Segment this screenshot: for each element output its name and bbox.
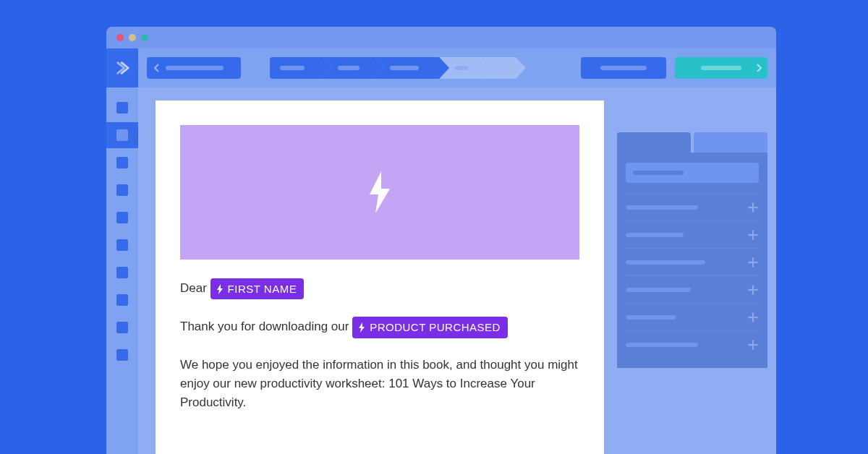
- panel-row-3[interactable]: [626, 248, 759, 275]
- move-icon: [747, 229, 759, 241]
- app-logo[interactable]: [106, 48, 138, 87]
- move-icon: [747, 202, 759, 213]
- email-line-2: Thank you for downloading our PRODUCT PU…: [180, 317, 579, 338]
- sidebar-item-4[interactable]: [116, 184, 128, 196]
- email-hero-block[interactable]: [180, 125, 579, 260]
- window-title-bar: [106, 27, 776, 48]
- toolbar-button-primary[interactable]: [581, 57, 666, 79]
- svg-rect-7: [749, 289, 757, 291]
- sidebar-item-8[interactable]: [116, 294, 128, 306]
- sidebar-item-7[interactable]: [116, 267, 128, 278]
- toolbar: [106, 48, 776, 87]
- panel-row-4[interactable]: [626, 275, 759, 303]
- lightning-icon: [358, 322, 365, 333]
- merge-tag-label: FIRST NAME: [228, 280, 297, 297]
- chevron-left-icon: [154, 64, 160, 72]
- panel-row-5[interactable]: [626, 303, 759, 330]
- back-button[interactable]: [147, 57, 241, 79]
- svg-rect-3: [749, 234, 757, 236]
- sidebar-item-5[interactable]: [116, 212, 128, 223]
- sidebar: [106, 87, 138, 454]
- panel-tab-2[interactable]: [694, 132, 767, 153]
- email-body: Dear FIRST NAME Thank you for downloadin…: [180, 260, 579, 413]
- maximize-icon[interactable]: [141, 34, 148, 41]
- merge-tag-label: PRODUCT PURCHASED: [370, 319, 501, 335]
- svg-rect-9: [749, 317, 757, 318]
- svg-rect-11: [749, 344, 757, 346]
- lightning-icon: [364, 171, 396, 213]
- sidebar-item-9[interactable]: [116, 322, 128, 333]
- step-breadcrumb: [270, 57, 516, 79]
- move-icon: [747, 257, 759, 268]
- move-icon: [747, 339, 759, 351]
- close-icon[interactable]: [116, 34, 124, 41]
- lightning-icon: [216, 284, 224, 294]
- content-area: Dear FIRST NAME Thank you for downloadin…: [106, 87, 776, 454]
- email-paragraph: We hope you enjoyed the information in t…: [180, 356, 579, 413]
- sidebar-item-6[interactable]: [116, 239, 128, 251]
- greeting-text: Dear: [180, 281, 207, 295]
- panel-row-2[interactable]: [626, 220, 759, 248]
- svg-rect-1: [749, 207, 757, 208]
- panel-row-6[interactable]: [626, 330, 759, 358]
- panel-row-1[interactable]: [626, 193, 759, 220]
- move-icon: [747, 284, 759, 296]
- line2-text: Thank you for downloading our: [180, 320, 349, 333]
- toolbar-button-next[interactable]: [675, 57, 767, 79]
- chevron-right-icon: [756, 64, 762, 72]
- svg-rect-5: [749, 262, 757, 263]
- email-greeting-line: Dear FIRST NAME: [180, 278, 579, 299]
- app-window: Dear FIRST NAME Thank you for downloadin…: [106, 27, 776, 454]
- panel-tab-1[interactable]: [617, 132, 691, 153]
- sidebar-item-10[interactable]: [116, 349, 128, 361]
- sidebar-item-2-active[interactable]: [106, 122, 138, 148]
- minimize-icon[interactable]: [129, 34, 136, 41]
- properties-panel: [617, 132, 767, 454]
- editor-canvas: Dear FIRST NAME Thank you for downloadin…: [138, 87, 776, 454]
- panel-tabs: [617, 132, 767, 153]
- move-icon: [747, 312, 759, 323]
- chevron-right-logo-icon: [114, 60, 130, 76]
- sidebar-item-1[interactable]: [116, 102, 128, 113]
- merge-tag-first-name[interactable]: FIRST NAME: [210, 278, 305, 299]
- sidebar-item-3[interactable]: [116, 157, 128, 168]
- step-1[interactable]: [270, 57, 322, 79]
- panel-select[interactable]: [626, 163, 759, 183]
- email-preview: Dear FIRST NAME Thank you for downloadin…: [156, 100, 604, 454]
- merge-tag-product[interactable]: PRODUCT PURCHASED: [352, 317, 508, 338]
- panel-body: [617, 153, 767, 368]
